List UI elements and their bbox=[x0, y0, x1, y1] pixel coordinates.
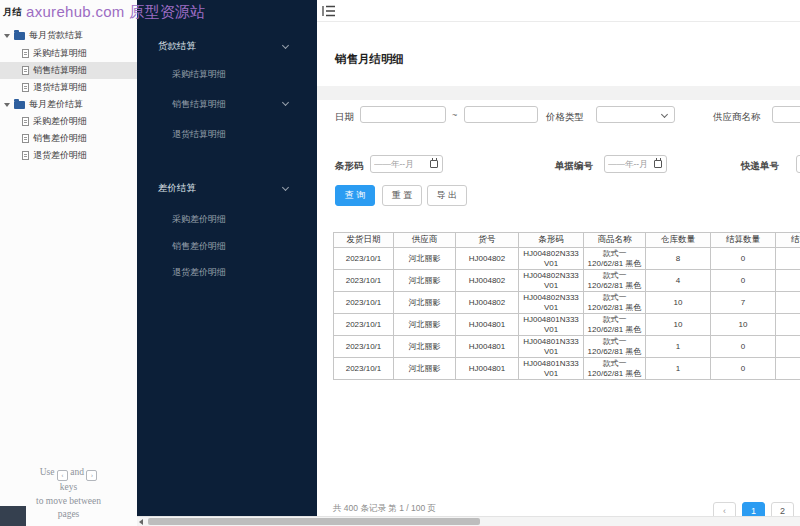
expand-triangle-icon[interactable] bbox=[4, 103, 10, 107]
chevron-down-icon[interactable] bbox=[282, 184, 289, 191]
pagination-summary: 共 400 条记录 第 1 / 100 页 bbox=[333, 503, 436, 515]
doc-number-month-input[interactable] bbox=[604, 155, 667, 173]
cell-product-name: 款式一 120/62/81 黑色 bbox=[584, 314, 646, 336]
nav-section-payment-settlement[interactable]: 货款结算 bbox=[158, 40, 196, 53]
calendar-icon[interactable] bbox=[430, 160, 438, 168]
cell-ship-date: 2023/10/1 bbox=[334, 358, 394, 380]
col-header-settle-qty: 结算数量 bbox=[711, 233, 776, 248]
cell-ship-date: 2023/10/1 bbox=[334, 248, 394, 270]
nav-item-sales-diff[interactable]: 销售差价明细 bbox=[172, 240, 226, 253]
file-icon bbox=[22, 66, 29, 75]
doc-number-field[interactable] bbox=[608, 159, 654, 169]
tree-item-sales-diff[interactable]: 销售差价明细 bbox=[0, 130, 137, 147]
table-row: 2023/10/1 河北丽影 HJ004802 HJ004802N333V01 … bbox=[334, 292, 800, 314]
barcode-month-field[interactable] bbox=[374, 159, 430, 169]
barcode-month-input[interactable] bbox=[370, 155, 443, 173]
price-type-label: 价格类型 bbox=[546, 111, 584, 124]
cell-supplier: 河北丽影 bbox=[394, 358, 456, 380]
menu-fold-icon[interactable] bbox=[322, 5, 336, 17]
tree-item-purchase-settlement[interactable]: 采购结算明细 bbox=[0, 45, 137, 62]
date-label: 日期 bbox=[335, 111, 354, 124]
chevron-down-icon[interactable] bbox=[282, 42, 289, 49]
cell-item-no: HJ004802 bbox=[456, 248, 519, 270]
express-number-input[interactable] bbox=[796, 155, 800, 173]
supplier-name-label: 供应商名称 bbox=[713, 111, 761, 124]
screen: axurehub.com 原型资源站 月结 每月货款结算 采购结算明细 销售结算… bbox=[0, 0, 800, 526]
main-content: 销售月结明细 日期 ~ 价格类型 供应商名称 条形码 单据编号 快递单号 查 询 bbox=[317, 0, 800, 526]
tree-folder-monthly-price-diff[interactable]: 每月差价结算 bbox=[0, 96, 137, 113]
nav-item-return-settlement[interactable]: 退货结算明细 bbox=[172, 128, 226, 141]
doc-number-label: 单据编号 bbox=[555, 160, 593, 173]
file-icon bbox=[22, 151, 29, 160]
calendar-icon[interactable] bbox=[654, 160, 662, 168]
cell-settle-qty: 0 bbox=[711, 336, 776, 358]
tree-item-sales-settlement[interactable]: 销售结算明细 bbox=[0, 62, 137, 79]
cell-settle-amount bbox=[776, 248, 800, 270]
supplier-name-input[interactable] bbox=[772, 106, 800, 123]
cell-item-no: HJ004802 bbox=[456, 270, 519, 292]
reset-button[interactable]: 重 置 bbox=[382, 185, 422, 206]
table-row: 2023/10/1 河北丽影 HJ004801 HJ004801N333V01 … bbox=[334, 336, 800, 358]
horizontal-scrollbar[interactable] bbox=[137, 516, 800, 526]
query-button[interactable]: 查 询 bbox=[335, 185, 375, 206]
right-key-icon: › bbox=[86, 470, 97, 481]
sitemap-panel: 月结 每月货款结算 采购结算明细 销售结算明细 退货结算明细 每月差价结算 采购… bbox=[0, 0, 137, 526]
chevron-down-icon bbox=[661, 111, 668, 118]
date-from-input[interactable] bbox=[360, 106, 446, 123]
folder-icon bbox=[14, 101, 25, 109]
tree-item-label: 采购结算明细 bbox=[33, 47, 87, 60]
cell-item-no: HJ004801 bbox=[456, 358, 519, 380]
cell-product-name: 款式一 120/62/81 黑色 bbox=[584, 270, 646, 292]
nav-item-purchase-settlement[interactable]: 采购结算明细 bbox=[172, 68, 226, 81]
cell-product-name: 款式一 120/62/81 黑色 bbox=[584, 248, 646, 270]
scrollbar-thumb[interactable] bbox=[148, 518, 480, 525]
cell-warehouse-qty: 1 bbox=[646, 336, 711, 358]
chevron-down-icon[interactable] bbox=[282, 99, 289, 106]
col-header-product-name: 商品名称 bbox=[584, 233, 646, 248]
cell-barcode: HJ004802N333V01 bbox=[519, 270, 584, 292]
date-to-input[interactable] bbox=[464, 106, 538, 123]
cell-supplier: 河北丽影 bbox=[394, 336, 456, 358]
price-type-select[interactable] bbox=[596, 106, 675, 123]
file-icon bbox=[22, 134, 29, 143]
tree-item-purchase-diff[interactable]: 采购差价明细 bbox=[0, 113, 137, 130]
results-table: 发货日期 供应商 货号 条形码 商品名称 仓库数量 结算数量 结算金额 2023… bbox=[333, 232, 800, 380]
tree-item-return-diff[interactable]: 退货差价明细 bbox=[0, 147, 137, 164]
panel-corner bbox=[0, 506, 26, 526]
file-icon bbox=[22, 83, 29, 92]
nav-item-purchase-diff[interactable]: 采购差价明细 bbox=[172, 213, 226, 226]
cell-barcode: HJ004801N333V01 bbox=[519, 336, 584, 358]
nav-item-sales-settlement[interactable]: 销售结算明细 bbox=[172, 98, 226, 111]
cell-supplier: 河北丽影 bbox=[394, 314, 456, 336]
table-row: 2023/10/1 河北丽影 HJ004802 HJ004802N333V01 … bbox=[334, 270, 800, 292]
tree-folder-label: 每月货款结算 bbox=[29, 29, 83, 42]
cell-warehouse-qty: 10 bbox=[646, 314, 711, 336]
page-title: 销售月结明细 bbox=[335, 52, 404, 67]
tree-item-label: 退货差价明细 bbox=[33, 149, 87, 162]
date-range-separator: ~ bbox=[452, 110, 457, 120]
tree-item-label: 销售结算明细 bbox=[33, 64, 87, 77]
cell-supplier: 河北丽影 bbox=[394, 248, 456, 270]
filter-divider-strip bbox=[317, 86, 800, 100]
tree-folder-monthly-payment[interactable]: 每月货款结算 bbox=[0, 27, 137, 44]
nav-section-price-diff-settlement[interactable]: 差价结算 bbox=[158, 182, 196, 195]
cell-warehouse-qty: 8 bbox=[646, 248, 711, 270]
tree-folder-label: 每月差价结算 bbox=[29, 98, 83, 111]
expand-triangle-icon[interactable] bbox=[4, 34, 10, 38]
cell-settle-qty: 7 bbox=[711, 292, 776, 314]
secondary-nav: 货款结算 采购结算明细 销售结算明细 退货结算明细 差价结算 采购差价明细 销售… bbox=[137, 0, 317, 526]
export-button[interactable]: 导 出 bbox=[427, 185, 467, 206]
scroll-left-arrow-icon[interactable] bbox=[139, 519, 143, 525]
col-header-settle-amount: 结算金额 bbox=[776, 233, 800, 248]
nav-item-return-diff[interactable]: 退货差价明细 bbox=[172, 266, 226, 279]
cell-barcode: HJ004802N333V01 bbox=[519, 248, 584, 270]
cell-settle-qty: 0 bbox=[711, 248, 776, 270]
cell-settle-qty: 0 bbox=[711, 358, 776, 380]
tree-item-label: 销售差价明细 bbox=[33, 132, 87, 145]
cell-settle-qty: 10 bbox=[711, 314, 776, 336]
tree-item-return-settlement[interactable]: 退货结算明细 bbox=[0, 79, 137, 96]
folder-icon bbox=[14, 32, 25, 40]
table-row: 2023/10/1 河北丽影 HJ004802 HJ004802N333V01 … bbox=[334, 248, 800, 270]
cell-settle-amount bbox=[776, 292, 800, 314]
sitemap-title: 月结 bbox=[3, 6, 22, 19]
